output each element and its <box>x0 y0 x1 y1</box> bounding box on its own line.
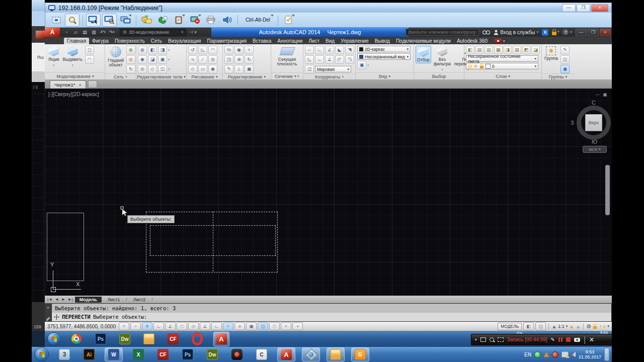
first-layout-button[interactable]: |◄ <box>47 297 53 302</box>
ucs-icon[interactable]: ⌐ <box>305 46 314 54</box>
ortho-toggle[interactable]: ∟ <box>153 322 164 330</box>
fit-screen-button[interactable] <box>49 14 63 27</box>
tab-parametrizatsiya[interactable]: Параметризация <box>204 38 250 44</box>
circle-icon[interactable]: ◎ <box>208 55 217 64</box>
xline-icon[interactable]: ∕ <box>198 55 207 64</box>
local-task-3dsmax[interactable]: 3 <box>55 347 73 361</box>
language-indicator[interactable]: EN <box>524 352 531 357</box>
tray-update-icon[interactable] <box>544 352 549 357</box>
slice-icon[interactable]: ◉ <box>138 55 147 64</box>
new-file-icon[interactable]: ▫ <box>63 29 70 36</box>
viewer-minimize-button[interactable]: — <box>562 4 576 12</box>
infer-constraints-toggle[interactable]: + <box>119 322 129 330</box>
command-close-icon[interactable]: × <box>47 305 49 310</box>
local-task-autocad[interactable]: A <box>277 347 295 361</box>
selection-panel-label[interactable]: Выбор <box>414 72 464 79</box>
help-control[interactable]: ?▾ <box>562 29 572 35</box>
model-tab[interactable]: Модель <box>75 297 102 303</box>
remote-task-chrome[interactable] <box>68 332 85 346</box>
array-icon[interactable]: ⊕ <box>234 55 244 64</box>
screen-blank-button[interactable] <box>188 14 202 27</box>
ucs-named-icon[interactable]: ◫ <box>305 65 314 73</box>
filter-button[interactable]: Без фильтра▾ <box>433 46 452 72</box>
remote-task-dreamweaver[interactable]: Dw <box>117 332 133 346</box>
sweep-icon[interactable]: ◠ <box>85 55 94 64</box>
extrude-button[interactable]: Выдавить▾ <box>62 46 84 68</box>
workspace-gear-icon[interactable]: ⚙ <box>586 323 591 330</box>
recorder-pencil-icon[interactable]: ✎ <box>551 337 555 342</box>
recorder-window-icon[interactable] <box>480 337 486 342</box>
command-customize-wrench-icon[interactable] <box>46 317 50 321</box>
layout1-tab[interactable]: Лист1 <box>103 297 125 303</box>
union-icon[interactable]: ◍ <box>138 46 147 54</box>
section-plane-button[interactable]: Секущая плоскость <box>273 46 301 67</box>
recorder-region-icon[interactable] <box>498 337 504 342</box>
tab-poverkhnost[interactable]: Поверхность <box>112 38 148 44</box>
remote-task-photoshop[interactable]: Ps <box>93 332 109 346</box>
viewcube[interactable]: С Ю З В Верх <box>573 102 612 144</box>
annotation-monitor-toggle[interactable]: + <box>281 322 291 330</box>
spline-icon[interactable]: ∿ <box>188 55 197 64</box>
sound-button[interactable] <box>220 14 234 27</box>
named-view-dropdown[interactable]: Несохраненный вид▾ <box>357 53 411 60</box>
local-task-excel[interactable]: X <box>129 347 147 361</box>
viewcube-south[interactable]: Ю <box>592 139 597 145</box>
offset-icon[interactable]: ▣ <box>245 65 254 73</box>
tab-annotatsii[interactable]: Аннотации <box>274 38 305 44</box>
magnifier-button[interactable] <box>65 14 79 27</box>
open-file-icon[interactable]: ▱ <box>72 29 79 36</box>
remote-task-autocad[interactable]: A <box>213 332 229 346</box>
local-task-remote-viewer[interactable] <box>302 347 320 361</box>
local-task-dreamweaver[interactable]: Dw <box>203 347 221 361</box>
remote-start-button[interactable] <box>47 332 60 345</box>
viewer-maximize-button[interactable]: ❐ <box>577 4 590 12</box>
polysolid-icon[interactable]: ◻ <box>85 46 94 54</box>
tab-autodesk360[interactable]: Autodesk 360 <box>454 38 491 44</box>
recorder-menu-icon[interactable]: ▾ <box>475 338 477 342</box>
show-desktop-button[interactable] <box>604 348 609 361</box>
refine-mesh-icon[interactable]: ↻ <box>126 65 135 73</box>
layer-current-icon[interactable]: ▧ <box>513 46 521 54</box>
tab-glavnaya[interactable]: Главная <box>64 38 89 44</box>
solid-editing-panel-label[interactable]: Редактирование тела▾ <box>136 73 186 79</box>
scale-icon[interactable]: % <box>224 46 233 54</box>
remote-task-explorer[interactable] <box>141 332 157 346</box>
ucs-x-icon[interactable]: ◸ <box>335 55 344 64</box>
sign-in-control[interactable]: Вход в службы ▾ <box>494 30 538 35</box>
drawing-quickview-icon[interactable]: ◫ <box>535 322 546 330</box>
printer-button[interactable] <box>204 14 218 27</box>
polar-toggle[interactable]: ∠ <box>165 322 176 330</box>
new-drawing-tab-button[interactable] <box>88 80 97 88</box>
tab-vizualizatsiya[interactable]: Визуализация <box>165 38 204 44</box>
ucs-dropdown[interactable]: Мировая▾ <box>315 66 351 72</box>
last-layout-button[interactable]: ►| <box>67 297 73 302</box>
subtract-icon[interactable]: ◧ <box>148 46 157 54</box>
visual-style-dropdown[interactable]: 2D-каркас▾ <box>357 46 411 52</box>
viewcube-north[interactable]: С <box>592 100 596 106</box>
tab-vstavka[interactable]: Вставка <box>250 38 274 44</box>
recorder-zoom-icon[interactable] <box>490 337 494 342</box>
ucs-world-icon[interactable]: ∟ <box>315 46 324 54</box>
edit-icon[interactable]: ✎ <box>224 65 233 73</box>
save-icon[interactable]: ▤ <box>81 29 89 36</box>
next-layout-button[interactable]: ► <box>61 297 66 302</box>
separate-icon[interactable]: ◎ <box>138 65 147 73</box>
group-bounding-icon[interactable]: ▣ <box>560 65 570 73</box>
layout-quickview-icon[interactable]: ◧ <box>523 322 534 330</box>
dyn-input-toggle[interactable]: + <box>223 322 233 330</box>
performance-icon[interactable]: ◔ <box>599 324 601 329</box>
tab-figura[interactable]: Фигура <box>89 38 112 44</box>
model-space-button[interactable]: МОДЕЛЬ <box>498 323 522 330</box>
local-task-word[interactable]: W <box>105 347 123 361</box>
shell-icon[interactable]: ▣ <box>158 55 167 64</box>
ctrl-alt-del-button[interactable]: Ctrl-Alt-Del <box>241 14 275 27</box>
local-start-button[interactable] <box>35 347 49 361</box>
annotation-scale-value[interactable]: 1:1 <box>558 324 565 329</box>
ucs-z-icon[interactable]: ∠ <box>325 46 334 54</box>
move-icon[interactable]: + <box>245 46 254 54</box>
group-button[interactable]: ✱ Группа <box>543 46 559 61</box>
layer-match-icon[interactable]: ◩ <box>522 46 531 54</box>
settings-button[interactable] <box>281 14 296 27</box>
tab-list[interactable]: Лист <box>305 38 323 44</box>
recorder-close-button[interactable]: × <box>589 335 594 344</box>
